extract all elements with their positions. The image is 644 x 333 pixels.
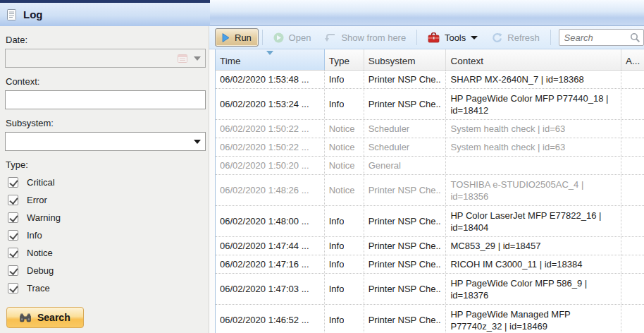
run-button-label: Run [235,32,252,43]
cell-type: Notice [325,138,364,156]
table-row[interactable]: 06/02/2020 1:46:52 ... Info Printer NSP … [216,305,644,333]
type-filter-label: Notice [27,248,53,258]
open-arrow-icon [273,32,284,43]
table-body: 06/02/2020 1:53:48 ... Info Printer NSP … [216,71,644,333]
cell-time: 06/02/2020 1:47:44 ... [216,237,325,255]
subsystem-select[interactable] [5,132,206,151]
refresh-button[interactable]: Refresh [485,28,547,47]
cell-time: 06/02/2020 1:47:03 ... [216,274,325,304]
column-header-subsystem[interactable]: Subsystem [364,49,447,70]
cell-actions [621,138,644,156]
page-title: Log [23,8,43,20]
cell-time: 06/02/2020 1:53:24 ... [216,89,325,119]
table-row[interactable]: 06/02/2020 1:50:20 ... Notice General [216,157,644,175]
cell-subsystem: Printer NSP Che... [364,255,447,273]
cell-actions [621,120,644,138]
show-from-here-button[interactable]: Show from here [318,28,413,47]
type-filter-item: Debug [5,262,204,279]
cell-type: Notice [325,120,364,138]
cell-subsystem: Scheduler [364,120,447,138]
type-filter-checkbox[interactable] [8,212,18,223]
context-input[interactable] [6,91,205,109]
cell-context: HP Color LaserJet MFP E77822_16 | id=184… [446,206,621,236]
table-row[interactable]: 06/02/2020 1:53:48 ... Info Printer NSP … [216,71,644,89]
type-filter-checkbox[interactable] [8,230,18,241]
tools-dropdown-icon [471,36,478,40]
type-filter-item: Trace [5,279,204,297]
cell-subsystem: Printer NSP Che... [364,274,447,304]
type-filter-label: Info [27,230,42,241]
cell-actions [621,157,644,174]
column-header-type[interactable]: Type [325,49,364,70]
cell-type: Info [325,274,364,304]
type-filter-item: Warning [5,209,204,226]
run-button[interactable]: Run [215,28,259,47]
table-row[interactable]: 06/02/2020 1:47:16 ... Info Printer NSP … [216,255,644,274]
table-row[interactable]: 06/02/2020 1:50:22 ... Notice Scheduler … [216,120,644,138]
cell-context: HP PageWide Color MFP P77440_18 | id=184… [446,89,621,119]
table-row[interactable]: 06/02/2020 1:50:22 ... Notice Scheduler … [216,138,644,157]
column-header-context[interactable]: Context [446,49,621,70]
cell-time: 06/02/2020 1:53:48 ... [216,71,325,88]
cell-actions [621,71,644,88]
search-button[interactable]: Search [6,307,84,328]
table-row[interactable]: 06/02/2020 1:53:24 ... Info Printer NSP … [216,89,644,120]
log-table: Time Type Subsystem Context A... 06/02/2… [215,49,644,333]
table-row[interactable]: 06/02/2020 1:47:03 ... Info Printer NSP … [216,274,644,305]
toolbar-separator [550,30,551,45]
cell-context: HP PageWide Managed MFP P77740z_32 | id=… [446,305,621,333]
toolbox-icon [428,32,440,43]
toolbar-search-box [559,29,644,46]
run-play-icon [222,33,230,42]
cell-time: 06/02/2020 1:47:16 ... [216,255,325,273]
table-row[interactable]: 06/02/2020 1:48:00 ... Info Printer NSP … [216,206,644,237]
context-label: Context: [6,76,204,87]
table-row[interactable]: 06/02/2020 1:47:44 ... Info Printer NSP … [216,237,644,255]
date-input [5,49,206,68]
cell-actions [621,206,644,236]
cell-actions [621,237,644,255]
refresh-button-label: Refresh [507,32,540,43]
toolbar: Run Open Show fro [209,26,644,49]
type-filter-item: Notice [5,244,204,262]
open-button[interactable]: Open [266,28,318,47]
cell-time: 06/02/2020 1:48:00 ... [216,206,325,236]
table-row[interactable]: 06/02/2020 1:48:26 ... Notice Printer NS… [216,175,644,206]
cell-context: SHARP MX-2640N_7 | id=18368 [446,71,621,88]
table-header-row: Time Type Subsystem Context A... [216,49,644,71]
type-filter-item: Error [5,191,204,209]
tools-menu-button[interactable]: Tools [421,28,485,47]
cell-subsystem: Printer NSP Che... [364,71,447,88]
binoculars-icon [20,313,31,322]
type-filter-checkbox[interactable] [8,195,18,205]
type-filter-checkbox[interactable] [8,248,18,258]
cell-subsystem: Scheduler [364,138,447,156]
cell-context: System health check | id=63 [446,138,621,156]
cell-context [446,157,621,174]
type-label: Type: [6,159,204,170]
type-filter-checkbox[interactable] [8,265,18,276]
type-filter-list: Critical Error Warning Info Notice Debug… [5,174,204,297]
toolbar-separator [416,30,417,45]
cell-subsystem: Printer NSP Che... [364,206,447,236]
titlebar-log-tab[interactable]: Log [0,0,210,26]
tools-menu-label: Tools [445,32,466,43]
cell-actions [621,305,644,333]
cell-context: HP PageWide Color MFP 586_9 | id=18376 [446,274,621,304]
type-filter-checkbox[interactable] [8,283,18,293]
cell-time: 06/02/2020 1:48:26 ... [216,175,325,205]
cell-type: Info [325,206,364,236]
show-from-here-label: Show from here [341,32,406,43]
log-window: Log Date: Context: Subsystem: [0,0,644,333]
column-header-actions[interactable]: A... [621,49,644,70]
type-filter-checkbox[interactable] [8,177,18,188]
column-header-time[interactable]: Time [216,49,325,70]
cell-subsystem: General [364,157,447,174]
calendar-icon [178,54,187,63]
cell-type: Notice [325,175,364,205]
cell-time: 06/02/2020 1:50:22 ... [216,120,325,138]
titlebar: Log [0,0,644,26]
type-filter-label: Debug [27,265,54,276]
date-dropdown-icon [194,56,201,61]
type-filter-label: Critical [27,177,55,188]
